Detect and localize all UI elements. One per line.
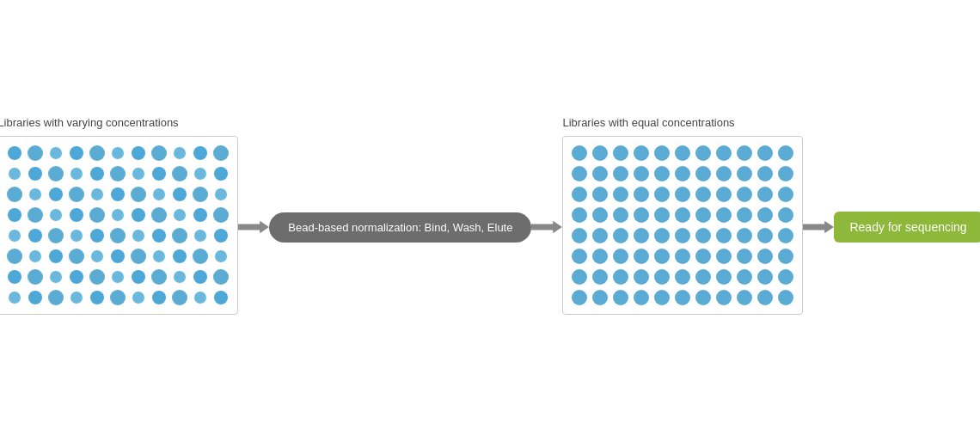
dot	[613, 166, 628, 181]
dot	[675, 228, 690, 243]
dot	[153, 188, 165, 200]
varying-concentration-grid	[0, 136, 238, 315]
dot	[572, 269, 587, 285]
dot	[112, 147, 124, 159]
dot	[778, 249, 793, 264]
dot	[28, 229, 42, 243]
dot	[110, 290, 126, 305]
dot	[572, 290, 587, 305]
dot	[48, 228, 64, 243]
dot	[757, 187, 773, 202]
dot	[778, 269, 793, 285]
dot	[572, 228, 587, 243]
dot	[695, 269, 711, 285]
dot	[592, 290, 608, 305]
dot	[572, 145, 587, 161]
dot	[757, 228, 773, 243]
dot	[634, 145, 649, 161]
dot	[110, 228, 126, 243]
dot	[215, 188, 227, 200]
dot	[172, 166, 187, 181]
dot	[151, 207, 167, 223]
dot	[592, 145, 608, 161]
dot	[132, 230, 144, 242]
dot	[70, 208, 83, 222]
dot	[634, 269, 649, 285]
dot	[737, 187, 752, 202]
dot	[675, 187, 690, 202]
dot	[778, 187, 793, 202]
dot	[675, 145, 690, 161]
dot	[69, 187, 84, 202]
dot	[592, 269, 608, 285]
dot	[48, 290, 64, 305]
dot	[132, 168, 144, 180]
dot	[716, 166, 732, 181]
dot	[91, 250, 103, 262]
dot	[174, 147, 186, 159]
dot	[131, 187, 146, 202]
dot	[29, 188, 41, 200]
dot	[172, 228, 187, 243]
dot	[695, 249, 711, 264]
dot	[737, 166, 752, 181]
dot	[153, 250, 165, 262]
dot	[152, 167, 166, 181]
dot	[757, 290, 773, 305]
dot	[151, 269, 167, 285]
dot	[778, 145, 793, 161]
dot	[132, 146, 145, 160]
dot	[613, 145, 628, 161]
dot	[654, 290, 670, 305]
dot	[695, 207, 711, 223]
dot	[111, 249, 125, 263]
arrow2	[531, 217, 562, 237]
dot	[193, 187, 208, 202]
dot	[654, 166, 670, 181]
dot	[716, 187, 732, 202]
svg-marker-2	[803, 221, 834, 233]
dot	[29, 250, 41, 262]
dot	[634, 290, 649, 305]
dot	[737, 207, 752, 223]
arrow3	[803, 217, 834, 237]
dot	[193, 146, 207, 160]
dot	[613, 187, 628, 202]
dot	[50, 271, 62, 283]
dot	[695, 145, 711, 161]
dot	[675, 166, 690, 181]
dot	[613, 269, 628, 285]
step2-label: Libraries with equal concentrations	[562, 116, 734, 129]
dot	[634, 187, 649, 202]
dot	[675, 290, 690, 305]
dot	[194, 292, 206, 304]
dot	[634, 228, 649, 243]
dot	[70, 292, 83, 304]
dot	[654, 269, 670, 285]
step1-group: Libraries with varying concentrations	[0, 116, 238, 315]
dot	[151, 145, 167, 161]
dot	[194, 230, 206, 242]
dot	[695, 290, 711, 305]
dot	[111, 187, 125, 201]
dot	[152, 229, 166, 243]
dot	[28, 269, 43, 285]
dot	[8, 270, 21, 284]
dot	[778, 166, 793, 181]
dot	[112, 271, 124, 283]
dot	[9, 230, 21, 242]
dot	[675, 249, 690, 264]
dot	[131, 249, 146, 264]
dot	[592, 228, 608, 243]
dot	[214, 291, 228, 304]
dot	[214, 229, 228, 243]
dot	[49, 187, 63, 201]
arrow1	[238, 217, 269, 237]
dot	[194, 168, 206, 180]
dot	[174, 271, 186, 283]
dot	[90, 167, 104, 181]
dot	[132, 270, 145, 284]
dot	[9, 292, 21, 304]
dot	[675, 207, 690, 223]
dot	[213, 269, 229, 285]
